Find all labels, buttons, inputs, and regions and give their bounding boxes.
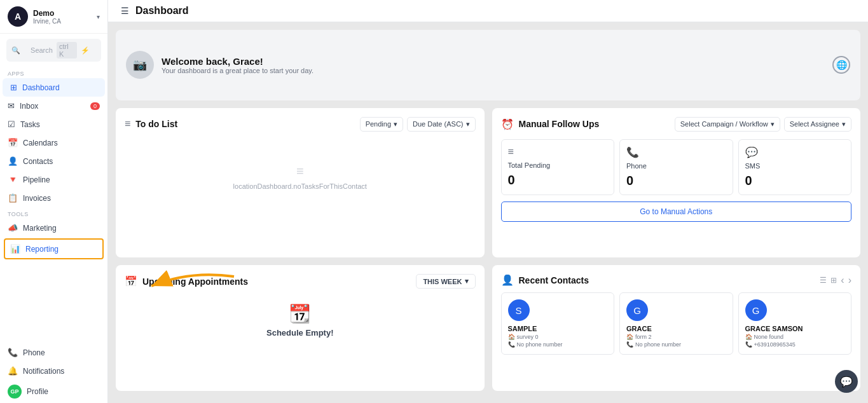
assignee-label: Select Assignee bbox=[790, 120, 839, 128]
sidebar-item-label: Contacts bbox=[23, 157, 53, 166]
profile-avatar: GP bbox=[8, 385, 22, 399]
tasks-icon: ☑ bbox=[8, 120, 15, 129]
sidebar-item-label: Tasks bbox=[20, 120, 40, 129]
contact-name: GRACE bbox=[626, 325, 726, 332]
phone-label: Phone bbox=[626, 162, 647, 170]
contact-cards-row: S SAMPLE 🏠 survey 0 📞 No phone number G bbox=[501, 292, 852, 355]
phone-icon: 📞 bbox=[8, 348, 18, 357]
sms-label: SMS bbox=[745, 162, 761, 170]
account-switcher[interactable]: A Demo Irvine, CA ▾ bbox=[0, 0, 107, 34]
contact-detail2: 📞 No phone number bbox=[626, 341, 726, 348]
form-icon: 🏠 bbox=[626, 334, 633, 340]
sidebar-item-calendars[interactable]: 📅 Calendars bbox=[0, 133, 107, 152]
prev-arrow[interactable]: ‹ bbox=[841, 275, 844, 286]
total-pending-value: 0 bbox=[508, 173, 515, 188]
sidebar-item-inbox[interactable]: ✉ Inbox 0 bbox=[0, 97, 107, 115]
list-view-icon[interactable]: ☰ bbox=[820, 276, 827, 285]
recent-contacts-header: 👤 Recent Contacts ☰ ⊞ ‹ › bbox=[501, 274, 852, 286]
todo-list-icon: ≡ bbox=[125, 118, 130, 130]
sidebar-item-label: Pipeline bbox=[23, 175, 50, 184]
recent-contacts-controls: ☰ ⊞ ‹ › bbox=[820, 275, 851, 286]
search-icon: 🔍 bbox=[11, 46, 27, 55]
grid-view-icon[interactable]: ⊞ bbox=[830, 276, 837, 285]
contacts-header-icon: 👤 bbox=[501, 274, 514, 286]
form-icon: 🏠 bbox=[745, 334, 752, 340]
chevron-icon: ▾ bbox=[394, 120, 397, 128]
followups-title: Manual Follow Ups bbox=[519, 119, 600, 129]
search-bar[interactable]: 🔍 Search ctrl K ⚡ bbox=[6, 39, 101, 62]
calendars-icon: 📅 bbox=[8, 138, 18, 147]
contact-detail2: 📞 +639108965345 bbox=[745, 341, 845, 348]
globe-icon[interactable]: 🌐 bbox=[832, 56, 850, 74]
campaign-selector[interactable]: Select Campaign / Workflow ▾ bbox=[675, 117, 780, 132]
inbox-icon: ✉ bbox=[8, 101, 15, 111]
go-manual-actions-button[interactable]: Go to Manual Actions bbox=[501, 202, 852, 222]
manual-followups-card: ⏰ Manual Follow Ups Select Campaign / Wo… bbox=[492, 108, 861, 258]
schedule-empty-icon: 📆 bbox=[289, 303, 311, 324]
sidebar-item-label: Notifications bbox=[23, 367, 64, 376]
this-week-filter[interactable]: THIS WEEK ▾ bbox=[416, 274, 475, 289]
sidebar-item-reporting[interactable]: 📊 Reporting bbox=[4, 238, 104, 259]
search-shortcut: ctrl K bbox=[57, 42, 77, 58]
hamburger-icon[interactable]: ☰ bbox=[121, 6, 129, 16]
sidebar-item-label: Profile bbox=[27, 387, 48, 396]
todo-card: ≡ To do List Pending ▾ Due Date (ASC) ▾ … bbox=[116, 108, 485, 258]
account-location: Irvine, CA bbox=[33, 18, 92, 25]
sidebar-item-label: Marketing bbox=[23, 224, 57, 233]
followup-grid: ≡ Total Pending 0 📞 Phone 0 💬 SMS 0 bbox=[501, 139, 852, 195]
pipeline-icon: 🔻 bbox=[8, 175, 18, 184]
upcoming-header: 📅 Upcoming Appointments THIS WEEK ▾ bbox=[125, 274, 476, 289]
followup-total-pending: ≡ Total Pending 0 bbox=[501, 139, 615, 195]
followups-icon: ⏰ bbox=[501, 118, 514, 130]
schedule-empty-state: 📆 Schedule Empty! bbox=[125, 295, 476, 346]
contact-card-sample[interactable]: S SAMPLE 🏠 survey 0 📞 No phone number bbox=[501, 292, 615, 355]
calendar-icon: 📅 bbox=[125, 275, 137, 287]
sidebar-item-contacts[interactable]: 👤 Contacts bbox=[0, 152, 107, 170]
sms-icon: 💬 bbox=[745, 146, 758, 158]
camera-icon: 📷 bbox=[133, 58, 147, 72]
followups-filters: Select Campaign / Workflow ▾ Select Assi… bbox=[675, 117, 851, 132]
total-pending-icon: ≡ bbox=[508, 146, 514, 158]
sidebar-item-invoices[interactable]: 📋 Invoices bbox=[0, 189, 107, 207]
contact-card-grace[interactable]: G GRACE 🏠 form 2 📞 No phone number bbox=[619, 292, 733, 355]
sidebar-item-notifications[interactable]: 🔔 Notifications bbox=[0, 362, 107, 380]
notifications-icon: 🔔 bbox=[8, 366, 18, 376]
todo-status-filter[interactable]: Pending ▾ bbox=[360, 117, 403, 132]
sidebar-item-label: Dashboard bbox=[22, 83, 60, 92]
main-content: ☰ Dashboard 📷 Welcome back, Grace! Your … bbox=[108, 0, 868, 403]
sidebar-item-pipeline[interactable]: 🔻 Pipeline bbox=[0, 170, 107, 189]
followup-phone: 📞 Phone 0 bbox=[619, 139, 733, 195]
recent-contacts-title: Recent Contacts bbox=[519, 275, 589, 285]
contact-avatar: G bbox=[745, 299, 767, 321]
sidebar-item-label: Reporting bbox=[25, 245, 59, 254]
phone-detail-icon: 📞 bbox=[745, 341, 752, 348]
chevron-icon: ▾ bbox=[771, 120, 775, 128]
invoices-icon: 📋 bbox=[8, 193, 18, 203]
this-week-label: THIS WEEK bbox=[423, 278, 462, 285]
form-icon: 🏠 bbox=[508, 334, 515, 340]
flash-icon: ⚡ bbox=[81, 46, 96, 55]
sidebar-item-label: Inbox bbox=[20, 102, 38, 111]
upcoming-title: Upcoming Appointments bbox=[142, 277, 248, 287]
page-title: Dashboard bbox=[135, 5, 189, 17]
contact-card-grace-samson[interactable]: G GRACE SAMSON 🏠 None found 📞 +639108965… bbox=[738, 292, 852, 355]
sidebar-item-phone[interactable]: 📞 Phone bbox=[0, 343, 107, 362]
sidebar-item-dashboard[interactable]: ⊞ Dashboard bbox=[3, 78, 105, 97]
chevron-icon: ▾ bbox=[842, 120, 846, 128]
todo-sort-filter[interactable]: Due Date (ASC) ▾ bbox=[407, 117, 475, 132]
phone-value: 0 bbox=[626, 174, 633, 188]
chevron-icon: ▾ bbox=[466, 120, 470, 128]
sidebar-item-profile[interactable]: GP Profile bbox=[0, 380, 107, 403]
next-arrow[interactable]: › bbox=[848, 275, 851, 286]
inbox-badge: 0 bbox=[90, 102, 100, 110]
todo-title: To do List bbox=[135, 119, 177, 129]
contact-detail1: 🏠 form 2 bbox=[626, 334, 726, 340]
assignee-selector[interactable]: Select Assignee ▾ bbox=[784, 117, 851, 132]
tools-section-label: Tools bbox=[0, 207, 107, 219]
sidebar-item-marketing[interactable]: 📣 Marketing bbox=[0, 219, 107, 237]
sidebar-item-tasks[interactable]: ☑ Tasks bbox=[0, 115, 107, 133]
chat-bubble-button[interactable]: 💬 bbox=[835, 370, 858, 393]
welcome-subtitle: Your dashboard is a great place to start… bbox=[162, 67, 313, 74]
todo-filters: Pending ▾ Due Date (ASC) ▾ bbox=[360, 117, 476, 132]
welcome-banner: 📷 Welcome back, Grace! Your dashboard is… bbox=[116, 30, 860, 100]
